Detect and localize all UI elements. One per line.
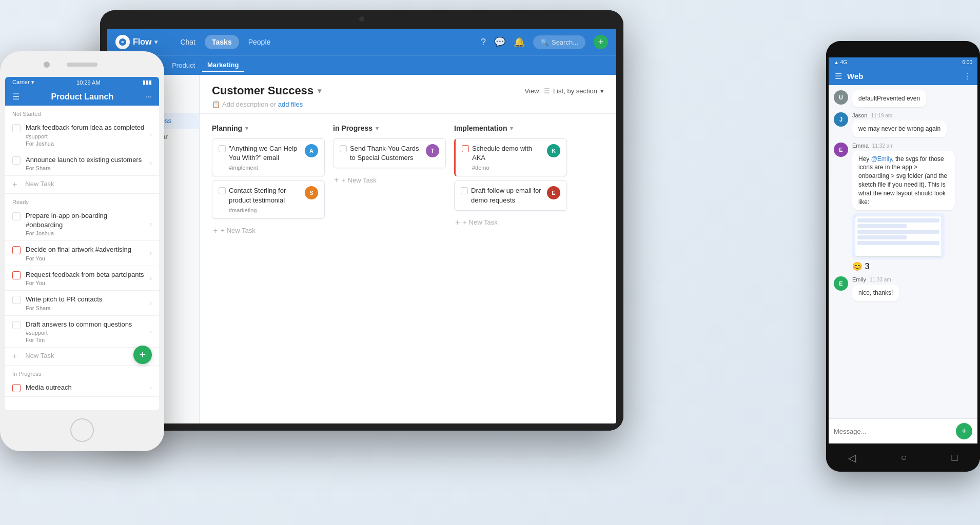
card-avatar: E <box>547 186 560 199</box>
phone-task-list: Not Started Mark feedback forum idea as … <box>5 106 159 410</box>
card-title: Contact Sterling for product testimonial <box>229 186 302 205</box>
phone-statusbar: Carrier ▾ 10:29 AM ▮▮▮ <box>5 77 159 88</box>
task-item[interactable]: Mark feedback forum idea as completed #s… <box>5 119 159 151</box>
back-icon[interactable]: ◁ <box>848 452 856 464</box>
chevron-right-icon: › <box>150 131 152 138</box>
menu-icon[interactable]: ☰ <box>12 92 19 102</box>
nav-logo-text: Flow <box>133 37 151 47</box>
phone-right-screen: ▲ 4G 6:00 ☰ Web ⋮ U defaultPrevented eve… <box>829 57 977 443</box>
add-button[interactable]: + <box>594 35 608 49</box>
task-checkbox[interactable] <box>12 246 21 254</box>
sender-name: Emily 11:33 am <box>852 276 899 282</box>
chat-icon[interactable]: 💬 <box>494 36 505 48</box>
add-files-link[interactable]: add files <box>278 100 303 108</box>
phone-home-button[interactable] <box>70 418 94 442</box>
phone-right-device: ▲ 4G 6:00 ☰ Web ⋮ U defaultPrevented eve… <box>826 41 980 472</box>
chat-input-bar: + <box>829 418 977 443</box>
phone-left-device: Carrier ▾ 10:29 AM ▮▮▮ ☰ Product Launch … <box>0 51 164 451</box>
nav-tab-chat[interactable]: Chat <box>173 35 203 49</box>
tablet-content: Dashboard Tasks Customer Success Content… <box>107 75 616 423</box>
time-text: 6:00 <box>963 59 972 65</box>
task-item[interactable]: Prepare in-app on-boarding #onboarding F… <box>5 207 159 241</box>
phone-right-topbar: ☰ Web ⋮ <box>829 67 977 85</box>
task-item[interactable]: Media outreach › <box>5 379 159 397</box>
card-thankyou-cards[interactable]: Send Thank-You Cards to Special Customer… <box>333 138 446 168</box>
section-not-started: Not Started <box>5 106 159 119</box>
more-icon[interactable]: ··· <box>145 92 152 102</box>
search-icon: 🔍 <box>540 38 548 46</box>
card-checkbox[interactable] <box>219 187 226 194</box>
emoji-reaction[interactable]: 😊 3 <box>852 261 955 271</box>
phone-left-screen: Carrier ▾ 10:29 AM ▮▮▮ ☰ Product Launch … <box>5 77 159 410</box>
task-item[interactable]: Decide on final artwork #advertising For… <box>5 241 159 266</box>
avatar: J <box>834 112 848 127</box>
nav-logo-chevron: ▾ <box>154 38 158 46</box>
task-item[interactable]: Draft answers to common questions #suppo… <box>5 316 159 348</box>
fab-add-button[interactable]: + <box>133 346 152 364</box>
main-header: Customer Success ▾ View: ☰ List, by sect… <box>200 75 616 114</box>
task-checkbox[interactable] <box>12 296 21 304</box>
card-schedule-demo[interactable]: Schedule demo with AKA K #demo <box>454 138 567 176</box>
card-sterling-testimonial[interactable]: Contact Sterling for product testimonial… <box>212 180 325 218</box>
new-task-button-implementation[interactable]: + + New Task <box>454 215 567 230</box>
new-task-row[interactable]: + New Task <box>5 176 159 194</box>
nav-tab-tasks[interactable]: Tasks <box>205 35 239 49</box>
subnav-product[interactable]: Product <box>167 59 200 71</box>
chevron-right-icon: › <box>150 328 152 335</box>
nav-logo[interactable]: Flow ▾ <box>115 35 158 49</box>
page-subtitle: 📋 Add description or add files <box>212 100 604 108</box>
tablet-camera <box>359 16 364 22</box>
section-in-progress: In Progress <box>5 366 159 379</box>
recents-icon[interactable]: □ <box>951 452 957 463</box>
kanban-board: Planning ▾ "Anything we Can Help You Wit… <box>200 114 616 423</box>
task-checkbox[interactable] <box>12 212 21 220</box>
task-title: Request feedback from beta partcipants <box>26 270 145 279</box>
task-checkbox[interactable] <box>12 271 21 279</box>
card-checkbox[interactable] <box>219 145 226 152</box>
card-draft-follow-up[interactable]: Draft follow up email for demo requests … <box>454 180 567 210</box>
task-item[interactable]: Request feedback from beta partcipants F… <box>5 266 159 291</box>
sender-name: Emma 11:32 am <box>852 143 955 149</box>
card-checkbox[interactable] <box>340 145 347 152</box>
bell-icon[interactable]: 🔔 <box>514 36 525 48</box>
send-button[interactable]: + <box>956 423 972 439</box>
task-sub: For Shara <box>26 305 145 311</box>
card-title: Draft follow up email for demo requests <box>471 186 544 205</box>
view-toggle[interactable]: View: ☰ List, by section ▾ <box>524 87 604 95</box>
new-task-button-planning[interactable]: + + New Task <box>212 223 325 238</box>
task-item[interactable]: Write pitch to PR contacts For Shara › <box>5 291 159 316</box>
task-tag: #support <box>26 330 145 336</box>
more-icon[interactable]: ⋮ <box>963 71 971 81</box>
message-input[interactable] <box>834 428 952 435</box>
tablet-device: Flow ▾ Chat Tasks People ? 💬 🔔 🔍 Search.… <box>100 10 623 431</box>
card-avatar: A <box>305 144 318 157</box>
task-item[interactable]: Announce launch to existing customers Fo… <box>5 151 159 176</box>
new-task-button-inprogress[interactable]: + + New Task <box>333 172 446 188</box>
help-icon[interactable]: ? <box>481 37 486 48</box>
task-sub: For Joshua <box>26 230 145 236</box>
subnav-marketing[interactable]: Marketing <box>202 59 244 72</box>
task-checkbox[interactable] <box>12 321 21 329</box>
nav-tab-people[interactable]: People <box>241 35 278 49</box>
chat-message: J Jason 11:19 am we may never be wrong a… <box>834 112 972 137</box>
task-checkbox[interactable] <box>12 384 21 392</box>
card-checkbox[interactable] <box>462 145 469 152</box>
view-label: View: <box>524 87 541 95</box>
chevron-right-icon: › <box>150 275 152 282</box>
phone-speaker <box>67 63 97 67</box>
task-checkbox[interactable] <box>12 156 21 165</box>
task-title: Draft answers to common questions <box>26 320 145 329</box>
search-bar[interactable]: 🔍 Search... <box>533 35 585 49</box>
card-checkbox[interactable] <box>461 187 468 194</box>
task-sub: For Joshua <box>26 140 145 147</box>
search-placeholder: Search... <box>552 38 578 46</box>
card-avatar: S <box>305 186 318 199</box>
card-anything-email[interactable]: "Anything we Can Help You With?" email A… <box>212 138 325 176</box>
avatar: U <box>834 90 848 105</box>
menu-icon[interactable]: ☰ <box>835 71 842 81</box>
task-checkbox[interactable] <box>12 124 21 132</box>
avatar: E <box>834 143 848 157</box>
flow-logo-icon <box>115 35 130 49</box>
screenshot-attachment <box>852 213 945 259</box>
home-icon[interactable]: ○ <box>900 452 907 463</box>
